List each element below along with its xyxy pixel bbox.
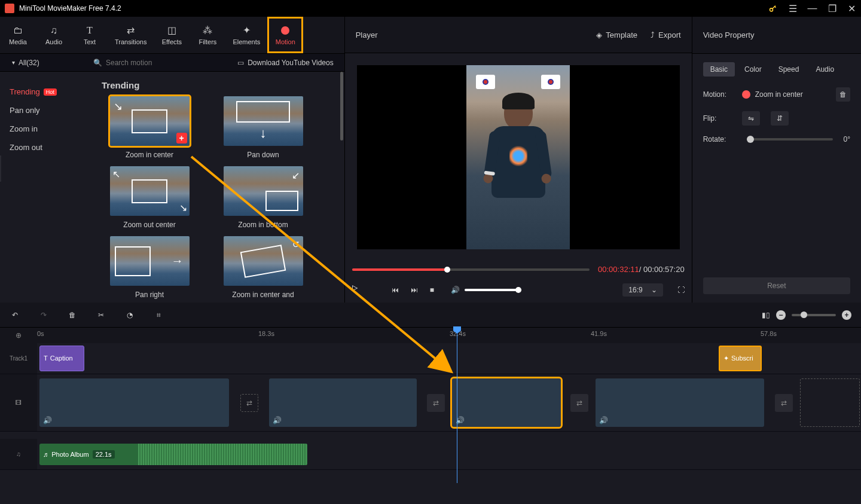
caption-clip[interactable]: TCaption: [39, 346, 84, 371]
scrub-bar[interactable]: [352, 268, 590, 271]
collapse-handle[interactable]: ›: [0, 155, 1, 182]
motion-pan-down[interactable]: ↓ Pan down: [215, 96, 311, 159]
zoom-slider[interactable]: [792, 314, 836, 316]
cat-trending[interactable]: TrendingHot: [0, 83, 87, 101]
music-icon: ♬: [43, 451, 48, 458]
tab-elements[interactable]: ✦Elements: [225, 17, 267, 53]
motion-dot-icon: [742, 90, 750, 99]
search-input[interactable]: 🔍: [87, 59, 237, 67]
fit-button[interactable]: ▮▯: [762, 311, 770, 319]
next-button[interactable]: ⏭: [411, 286, 418, 294]
video-clip-3[interactable]: 🔊: [452, 378, 561, 427]
motion-zoom-out-center[interactable]: ↖↘ Zoom out center: [102, 166, 197, 229]
video-clip-5[interactable]: [800, 378, 860, 427]
video-clip-1[interactable]: 🔊: [39, 378, 229, 427]
template-button[interactable]: ◈Template: [596, 30, 637, 39]
all-count[interactable]: ▾All(32): [0, 59, 87, 67]
ptab-speed[interactable]: Speed: [771, 62, 807, 77]
transition-slot-3[interactable]: ⇄: [570, 394, 588, 412]
cat-pan-only[interactable]: Pan only: [0, 101, 87, 120]
transition-slot-2[interactable]: ⇄: [427, 394, 445, 412]
transition-slot-1[interactable]: ⇄: [240, 394, 258, 412]
download-youtube[interactable]: ▭Download YouTube Videos: [237, 59, 344, 67]
effects-icon: ◫: [166, 25, 177, 36]
video-clip-2[interactable]: 🔊: [269, 378, 417, 427]
search-icon: 🔍: [93, 59, 102, 67]
tab-motion[interactable]: Motion: [267, 17, 303, 53]
subscribe-clip[interactable]: ✦Subscri: [719, 346, 762, 371]
zoom-in-button[interactable]: +: [842, 310, 851, 320]
minimize-button[interactable]: —: [808, 4, 817, 13]
ptab-color[interactable]: Color: [737, 62, 769, 77]
delete-motion-button[interactable]: 🗑: [836, 87, 850, 102]
redo-button[interactable]: ↷: [38, 310, 49, 320]
preview-area: [345, 53, 692, 261]
tab-filters[interactable]: ⁂Filters: [190, 17, 225, 53]
ptab-basic[interactable]: Basic: [703, 62, 735, 77]
tab-effects[interactable]: ◫Effects: [154, 17, 190, 53]
flip-vertical-button[interactable]: ⇵: [771, 111, 789, 126]
split-button[interactable]: ✂: [96, 310, 106, 320]
player-panel: Player ◈Template ⤴Export: [345, 17, 692, 303]
time-total: / 00:00:57:20: [639, 265, 685, 274]
speed-button[interactable]: ◔: [124, 310, 135, 320]
motion-zoom-in-bottom[interactable]: ↙ Zoom in bottom: [215, 166, 311, 229]
motion-icon: [280, 25, 291, 36]
close-button[interactable]: ✕: [847, 4, 856, 13]
stop-button[interactable]: ■: [430, 286, 434, 294]
motion-label: Motion:: [703, 90, 736, 99]
motion-zoom-in-center-and[interactable]: ↺ Zoom in center and: [215, 236, 311, 299]
text-icon: T: [84, 25, 95, 36]
flip-horizontal-button[interactable]: ⇋: [742, 111, 760, 126]
playhead[interactable]: [457, 328, 457, 483]
speaker-icon: 🔊: [599, 416, 608, 424]
audio-clip[interactable]: ♬ Photo Album 22.1s: [39, 444, 307, 465]
tab-text[interactable]: TText: [72, 17, 108, 53]
zoom-out-button[interactable]: −: [776, 310, 786, 320]
prev-button[interactable]: ⏮: [392, 286, 399, 294]
crop-button[interactable]: ⌗: [153, 310, 164, 320]
scrollbar[interactable]: [340, 72, 343, 140]
property-panel: › Video Property Basic Color Speed Audio…: [692, 17, 861, 303]
video-clip-4[interactable]: 🔊: [596, 378, 764, 427]
menu-icon[interactable]: ☰: [788, 4, 797, 13]
text-icon: T: [44, 355, 48, 362]
tab-transitions[interactable]: ⇄Transitions: [108, 17, 154, 53]
youtube-icon: ▭: [237, 59, 244, 67]
motion-pan-right[interactable]: → Pan right: [102, 236, 197, 299]
tab-audio[interactable]: ♫Audio: [36, 17, 72, 53]
delete-button[interactable]: 🗑: [67, 310, 78, 320]
property-tabs: Basic Color Speed Audio: [692, 54, 861, 83]
ptab-audio[interactable]: Audio: [808, 62, 841, 77]
transition-slot-4[interactable]: ⇄: [775, 394, 793, 412]
cat-zoom-in[interactable]: Zoom in: [0, 120, 87, 138]
transitions-icon: ⇄: [126, 25, 136, 36]
add-track-button[interactable]: ⊕: [0, 331, 37, 340]
reset-button[interactable]: Reset: [703, 277, 850, 294]
aspect-ratio-select[interactable]: 16:9⌄: [622, 283, 662, 297]
volume-slider[interactable]: [465, 289, 521, 291]
rotate-slider[interactable]: [747, 138, 833, 140]
svg-point-0: [770, 8, 773, 11]
flag-left: [476, 75, 495, 89]
play-button[interactable]: ▷: [352, 283, 365, 297]
maximize-button[interactable]: ❐: [828, 4, 836, 13]
filters-icon: ⁂: [202, 25, 213, 36]
track-audio: ♫ ♬ Photo Album 22.1s: [0, 439, 861, 470]
fullscreen-button[interactable]: ⛶: [677, 286, 685, 294]
volume-icon[interactable]: 🔊: [451, 286, 460, 294]
rotate-label: Rotate:: [703, 135, 736, 143]
undo-button[interactable]: ↶: [10, 310, 20, 320]
time-ruler[interactable]: 0s 18.3s 32.4s 41.9s 57.8s: [37, 328, 861, 343]
app-logo: [5, 4, 14, 13]
key-icon[interactable]: [768, 4, 777, 13]
cat-zoom-out[interactable]: Zoom out: [0, 138, 87, 157]
motion-zoom-in-center[interactable]: ↘ Zoom in center: [102, 96, 197, 159]
elements-icon: ✦: [241, 25, 252, 36]
motion-value: Zoom in center: [742, 90, 803, 99]
flip-label: Flip:: [703, 114, 736, 123]
track1-label: Track1: [0, 343, 37, 374]
export-button[interactable]: ⤴Export: [651, 30, 681, 39]
library-panel: 🗀Media ♫Audio TText ⇄Transitions ◫Effect…: [0, 17, 345, 303]
tab-media[interactable]: 🗀Media: [0, 17, 36, 53]
